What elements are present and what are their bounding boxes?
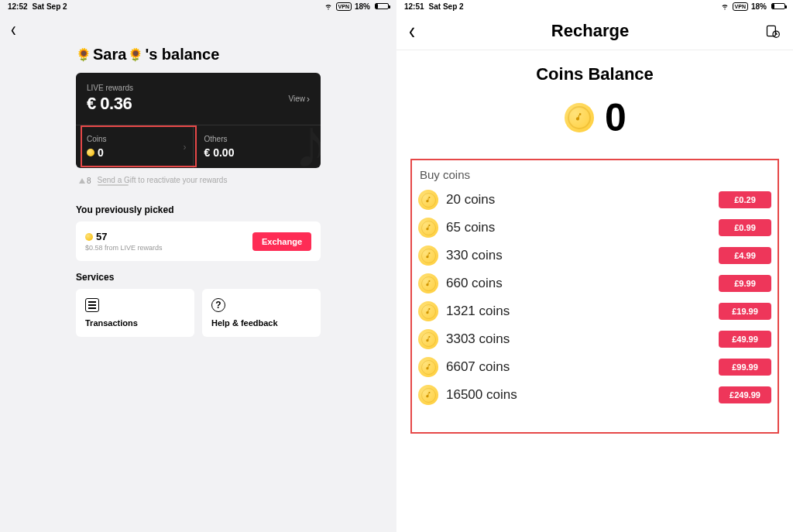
live-rewards-card: ♪ LIVE rewards € 0.36 View › Coins 0 › bbox=[76, 73, 321, 168]
view-link[interactable]: View › bbox=[289, 94, 311, 105]
battery-percent: 18% bbox=[751, 2, 767, 11]
recharge-screen: 12:51 Sat Sep 2 VPN 18% ‹ Recharge Coins… bbox=[396, 0, 793, 532]
buy-button[interactable]: £0.29 bbox=[719, 191, 771, 208]
coins-balance-display: 0 bbox=[396, 95, 793, 140]
coin-package-row: 3303 coins£49.99 bbox=[418, 325, 771, 353]
title-name: Sara bbox=[93, 46, 126, 63]
triangle-icon bbox=[79, 178, 85, 184]
buy-button[interactable]: £249.99 bbox=[719, 386, 771, 403]
services-heading: Services bbox=[76, 272, 321, 283]
help-card[interactable]: ? Help & feedback bbox=[202, 289, 321, 337]
svg-rect-0 bbox=[767, 26, 776, 36]
coin-package-row: 6607 coins£99.99 bbox=[418, 353, 771, 381]
buy-button[interactable]: £0.99 bbox=[719, 219, 771, 236]
chevron-left-icon: ‹ bbox=[11, 16, 16, 41]
status-time: 12:51 bbox=[404, 2, 424, 11]
chevron-right-icon: › bbox=[184, 142, 187, 153]
pick-sub: $0.58 from LIVE rewards bbox=[85, 244, 163, 252]
nav-back[interactable]: ‹ bbox=[0, 12, 396, 46]
coin-icon bbox=[418, 385, 438, 405]
coin-package-label: 65 coins bbox=[446, 220, 495, 235]
live-rewards-amount: € 0.36 bbox=[87, 94, 133, 114]
coin-icon bbox=[418, 273, 438, 293]
coin-package-row: 65 coins£0.99 bbox=[418, 214, 771, 242]
hint-progress bbox=[98, 184, 129, 186]
help-label: Help & feedback bbox=[211, 318, 311, 328]
battery-icon bbox=[770, 3, 785, 9]
header-title: Recharge bbox=[551, 21, 629, 41]
coin-package-label: 3303 coins bbox=[446, 331, 510, 347]
live-rewards-label: LIVE rewards bbox=[87, 84, 133, 92]
coin-icon bbox=[418, 218, 438, 238]
page-title: 🌻Sara🌻's balance bbox=[76, 46, 321, 63]
receipt-icon bbox=[85, 298, 99, 312]
buy-button[interactable]: £9.99 bbox=[719, 275, 771, 292]
status-bar: 12:52 Sat Sep 2 VPN 18% bbox=[0, 0, 396, 12]
coin-package-label: 20 coins bbox=[446, 192, 495, 208]
gift-hint-row: 8 Send a Gift to reactivate your rewards bbox=[76, 168, 321, 194]
coin-package-label: 1321 coins bbox=[446, 304, 510, 319]
buy-coins-section: Buy coins 20 coins£0.2965 coins£0.99330 … bbox=[410, 159, 779, 434]
coin-icon bbox=[85, 233, 93, 241]
chevron-right-icon: › bbox=[307, 94, 310, 105]
buy-coins-title: Buy coins bbox=[420, 168, 771, 181]
buy-button[interactable]: £49.99 bbox=[719, 331, 771, 348]
question-icon: ? bbox=[211, 298, 225, 312]
coin-package-row: 330 coins£4.99 bbox=[418, 242, 771, 269]
exchange-button[interactable]: Exchange bbox=[252, 232, 311, 251]
view-label: View bbox=[289, 94, 306, 103]
coin-icon bbox=[87, 149, 94, 156]
others-cell[interactable]: Others € 0.00 bbox=[194, 125, 311, 168]
wifi-icon bbox=[324, 2, 333, 11]
coin-icon bbox=[418, 329, 438, 349]
coin-package-row: 16500 coins£249.99 bbox=[418, 381, 771, 409]
coin-icon bbox=[418, 245, 438, 266]
coin-package-label: 330 coins bbox=[446, 248, 503, 263]
coin-icon bbox=[418, 357, 438, 377]
coin-package-label: 660 coins bbox=[446, 276, 503, 291]
battery-percent: 18% bbox=[355, 2, 370, 11]
coin-package-label: 16500 coins bbox=[446, 387, 517, 403]
others-value: € 0.00 bbox=[204, 146, 311, 159]
hint-count: 8 bbox=[87, 177, 91, 185]
recharge-header: ‹ Recharge bbox=[396, 12, 793, 50]
battery-icon bbox=[373, 3, 389, 9]
transaction-history-icon[interactable] bbox=[765, 23, 781, 39]
status-bar: 12:51 Sat Sep 2 VPN 18% bbox=[396, 0, 793, 12]
coin-icon bbox=[418, 190, 438, 210]
transactions-label: Transactions bbox=[85, 318, 185, 328]
buy-button[interactable]: £99.99 bbox=[719, 359, 771, 376]
others-label: Others bbox=[204, 135, 311, 143]
transactions-card[interactable]: Transactions bbox=[76, 289, 194, 337]
sunflower-icon: 🌻 bbox=[76, 47, 91, 62]
title-suffix: 's balance bbox=[145, 46, 219, 63]
pick-amount: 57 bbox=[96, 231, 107, 242]
vpn-badge: VPN bbox=[733, 2, 748, 11]
balance-screen: 12:52 Sat Sep 2 VPN 18% ‹ 🌻Sara🌻's balan… bbox=[0, 0, 396, 532]
back-button[interactable]: ‹ bbox=[409, 17, 415, 45]
buy-button[interactable]: £19.99 bbox=[719, 303, 771, 320]
hint-badge: 8 bbox=[79, 177, 91, 185]
status-date: Sat Sep 2 bbox=[33, 2, 67, 11]
coins-value: 0 bbox=[98, 146, 104, 159]
previously-picked-card: 57 $0.58 from LIVE rewards Exchange bbox=[76, 221, 321, 261]
coin-package-row: 1321 coins£19.99 bbox=[418, 297, 771, 325]
coin-package-label: 6607 coins bbox=[446, 359, 510, 375]
buy-button[interactable]: £4.99 bbox=[719, 247, 771, 264]
sunflower-icon: 🌻 bbox=[128, 47, 143, 62]
status-date: Sat Sep 2 bbox=[429, 2, 464, 11]
hint-text: Send a Gift to reactivate your rewards bbox=[98, 176, 318, 184]
balance-value: 0 bbox=[605, 95, 625, 140]
coins-balance-title: Coins Balance bbox=[396, 64, 793, 84]
coin-package-row: 20 coins£0.29 bbox=[418, 186, 771, 214]
previously-picked-heading: You previously picked bbox=[76, 204, 321, 215]
coins-label: Coins bbox=[87, 135, 193, 143]
vpn-badge: VPN bbox=[336, 2, 352, 11]
coin-package-row: 660 coins£9.99 bbox=[418, 269, 771, 297]
coin-icon bbox=[418, 301, 438, 321]
wifi-icon bbox=[720, 2, 729, 11]
coin-icon bbox=[565, 103, 594, 132]
status-time: 12:52 bbox=[8, 2, 28, 11]
coins-cell[interactable]: Coins 0 › bbox=[87, 125, 194, 168]
